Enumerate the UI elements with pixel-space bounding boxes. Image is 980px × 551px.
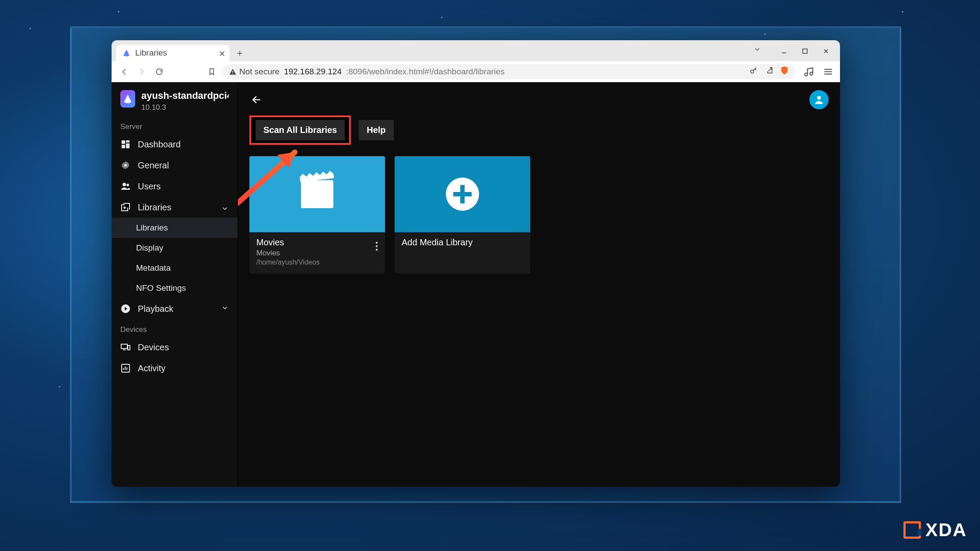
more-vertical-icon xyxy=(375,241,378,251)
sidebar-subitem-label: NFO Settings xyxy=(136,283,186,293)
sidebar-item-label: General xyxy=(138,160,169,171)
key-icon[interactable] xyxy=(749,66,759,77)
svg-rect-1 xyxy=(232,70,233,73)
chevron-up-icon xyxy=(221,202,229,213)
security-warning: Not secure xyxy=(229,67,280,77)
svg-point-19 xyxy=(376,249,378,251)
window-minimize-button[interactable] xyxy=(774,44,794,59)
svg-rect-4 xyxy=(122,140,125,144)
sidebar-item-users[interactable]: Users xyxy=(112,176,238,197)
new-tab-button[interactable]: ＋ xyxy=(232,45,247,60)
server-name: ayush-standardpci440fx xyxy=(141,90,229,101)
window-maximize-button[interactable] xyxy=(795,44,815,59)
library-card-meta: Movies Movies /home/ayush/Videos xyxy=(249,232,385,273)
play-circle-icon xyxy=(120,303,131,314)
jellyfin-favicon-icon xyxy=(122,49,131,57)
sidebar-item-label: Dashboard xyxy=(138,139,181,150)
sidebar-item-label: Users xyxy=(138,181,161,192)
browser-tabstrip: Libraries ✕ ＋ xyxy=(112,40,840,61)
person-icon xyxy=(813,94,825,105)
library-card-title: Movies xyxy=(256,237,378,248)
svg-rect-6 xyxy=(126,143,130,148)
library-card-type: Movies xyxy=(256,249,378,258)
chevron-down-icon xyxy=(221,304,229,314)
sidebar-subitem-metadata[interactable]: Metadata xyxy=(112,258,238,278)
users-icon xyxy=(120,181,131,192)
media-icon[interactable] xyxy=(803,66,815,77)
security-label: Not secure xyxy=(239,67,280,77)
sidebar-item-label: Activity xyxy=(138,363,165,373)
library-card-menu-button[interactable] xyxy=(373,238,381,256)
sidebar-subitem-libraries[interactable]: Libraries xyxy=(112,218,238,238)
library-cards: Movies Movies /home/ayush/Videos Add Med… xyxy=(249,156,829,273)
sidebar-item-activity[interactable]: Activity xyxy=(112,358,238,379)
page-back-button[interactable] xyxy=(249,92,264,107)
plus-circle-icon xyxy=(446,178,479,211)
sidebar-header: ayush-standardpci440fx 10.10.3 xyxy=(112,82,238,116)
svg-rect-0 xyxy=(803,49,807,53)
svg-point-17 xyxy=(376,242,378,244)
nav-forward-button[interactable] xyxy=(135,65,148,78)
actions-row: Scan All Libraries Help xyxy=(249,115,829,145)
sidebar: ayush-standardpci440fx 10.10.3 Server Da… xyxy=(112,82,238,487)
sidebar-item-playback[interactable]: Playback xyxy=(112,298,238,319)
sidebar-subitem-display[interactable]: Display xyxy=(112,238,238,258)
add-card-thumb xyxy=(395,156,530,232)
svg-point-9 xyxy=(122,183,126,186)
share-icon[interactable] xyxy=(765,66,774,77)
gear-icon xyxy=(120,160,131,171)
library-card-add[interactable]: Add Media Library xyxy=(395,156,530,273)
xda-text: XDA xyxy=(925,520,967,541)
tab-title: Libraries xyxy=(135,48,167,58)
jellyfin-logo-icon xyxy=(120,90,135,108)
svg-rect-2 xyxy=(232,73,233,74)
sidebar-item-label: Libraries xyxy=(138,202,172,213)
sidebar-item-devices[interactable]: Devices xyxy=(112,337,238,358)
main-content: Scan All Libraries Help Movies Movies /h… xyxy=(238,82,840,487)
server-version: 10.10.3 xyxy=(141,103,229,112)
close-tab-icon[interactable]: ✕ xyxy=(219,49,225,59)
sidebar-subitem-label: Metadata xyxy=(136,263,171,272)
xda-watermark: XDA xyxy=(903,520,967,541)
toolbar-trailing xyxy=(800,66,834,77)
library-card-path: /home/ayush/Videos xyxy=(256,258,378,266)
nav-back-button[interactable] xyxy=(118,65,131,78)
sidebar-section-server: Server xyxy=(112,116,238,134)
address-bar[interactable]: Not secure 192.168.29.124:8096/web/index… xyxy=(223,64,795,79)
url-host: 192.168.29.124 xyxy=(284,67,342,77)
library-add-icon xyxy=(120,202,131,213)
sidebar-subitem-label: Libraries xyxy=(136,223,168,232)
sidebar-item-general[interactable]: General xyxy=(112,155,238,176)
window-close-button[interactable] xyxy=(816,44,836,59)
sidebar-item-dashboard[interactable]: Dashboard xyxy=(112,134,238,155)
tab-overflow-icon[interactable] xyxy=(753,45,761,55)
svg-point-3 xyxy=(751,70,754,73)
browser-toolbar: Not secure 192.168.29.124:8096/web/index… xyxy=(112,61,840,82)
add-card-label: Add Media Library xyxy=(402,237,523,248)
clapperboard-icon xyxy=(301,180,333,208)
nav-reload-button[interactable] xyxy=(153,65,166,78)
svg-rect-13 xyxy=(121,344,127,349)
hamburger-menu-icon[interactable] xyxy=(822,66,834,77)
help-button[interactable]: Help xyxy=(359,120,393,140)
library-card-thumb xyxy=(249,156,385,232)
browser-window: Libraries ✕ ＋ Not secure 192.168.29.124:… xyxy=(112,40,840,487)
svg-rect-5 xyxy=(126,140,130,143)
bookmark-icon[interactable] xyxy=(205,65,218,78)
brave-shield-icon[interactable] xyxy=(780,66,789,77)
sidebar-section-devices: Devices xyxy=(112,319,238,337)
window-controls xyxy=(774,44,836,59)
warning-icon xyxy=(229,68,237,76)
user-avatar[interactable] xyxy=(809,90,829,109)
content-topbar xyxy=(249,90,829,109)
scan-all-libraries-button[interactable]: Scan All Libraries xyxy=(256,120,345,140)
devices-icon xyxy=(120,342,131,352)
browser-tab-active[interactable]: Libraries ✕ xyxy=(116,45,230,61)
sidebar-subitem-nfo[interactable]: NFO Settings xyxy=(112,278,238,298)
annotation-highlight-box: Scan All Libraries xyxy=(249,115,351,145)
svg-point-16 xyxy=(817,96,821,100)
app-body: ayush-standardpci440fx 10.10.3 Server Da… xyxy=(112,82,840,487)
library-card-movies[interactable]: Movies Movies /home/ayush/Videos xyxy=(249,156,385,273)
sidebar-item-libraries[interactable]: Libraries xyxy=(112,197,238,218)
svg-point-10 xyxy=(126,184,129,186)
